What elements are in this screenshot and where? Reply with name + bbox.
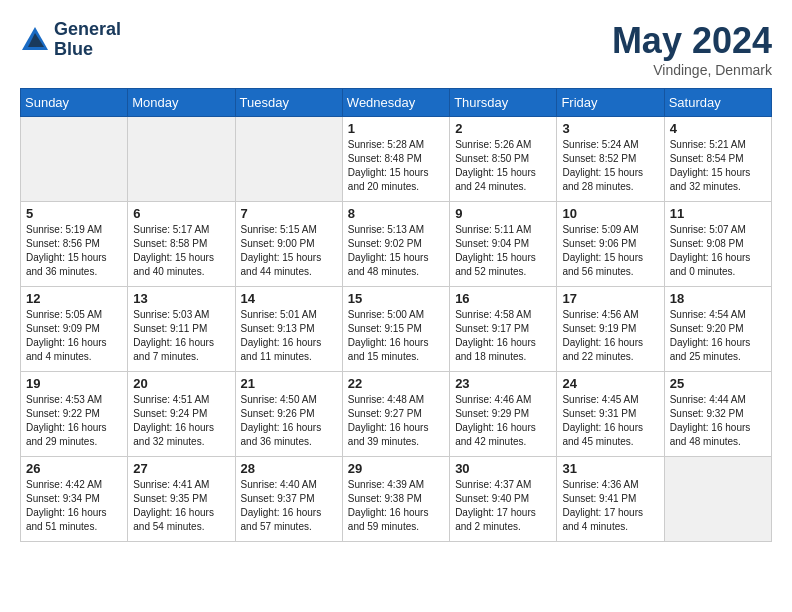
day-info: Sunrise: 4:39 AM Sunset: 9:38 PM Dayligh… [348,478,444,534]
calendar-cell: 19Sunrise: 4:53 AM Sunset: 9:22 PM Dayli… [21,372,128,457]
day-number: 2 [455,121,551,136]
day-info: Sunrise: 5:17 AM Sunset: 8:58 PM Dayligh… [133,223,229,279]
weekday-header-thursday: Thursday [450,89,557,117]
day-info: Sunrise: 5:13 AM Sunset: 9:02 PM Dayligh… [348,223,444,279]
day-number: 19 [26,376,122,391]
day-number: 15 [348,291,444,306]
calendar-cell: 27Sunrise: 4:41 AM Sunset: 9:35 PM Dayli… [128,457,235,542]
day-number: 11 [670,206,766,221]
calendar-cell [235,117,342,202]
day-info: Sunrise: 4:40 AM Sunset: 9:37 PM Dayligh… [241,478,337,534]
calendar-cell: 17Sunrise: 4:56 AM Sunset: 9:19 PM Dayli… [557,287,664,372]
day-info: Sunrise: 5:21 AM Sunset: 8:54 PM Dayligh… [670,138,766,194]
day-info: Sunrise: 4:45 AM Sunset: 9:31 PM Dayligh… [562,393,658,449]
day-info: Sunrise: 4:56 AM Sunset: 9:19 PM Dayligh… [562,308,658,364]
day-info: Sunrise: 4:50 AM Sunset: 9:26 PM Dayligh… [241,393,337,449]
week-row-5: 26Sunrise: 4:42 AM Sunset: 9:34 PM Dayli… [21,457,772,542]
weekday-header-tuesday: Tuesday [235,89,342,117]
calendar-cell: 4Sunrise: 5:21 AM Sunset: 8:54 PM Daylig… [664,117,771,202]
logo: General Blue [20,20,121,60]
logo-text: General Blue [54,20,121,60]
day-info: Sunrise: 5:09 AM Sunset: 9:06 PM Dayligh… [562,223,658,279]
day-number: 16 [455,291,551,306]
calendar-cell: 5Sunrise: 5:19 AM Sunset: 8:56 PM Daylig… [21,202,128,287]
calendar-cell: 15Sunrise: 5:00 AM Sunset: 9:15 PM Dayli… [342,287,449,372]
day-number: 14 [241,291,337,306]
weekday-header-saturday: Saturday [664,89,771,117]
calendar-cell: 6Sunrise: 5:17 AM Sunset: 8:58 PM Daylig… [128,202,235,287]
calendar-cell: 10Sunrise: 5:09 AM Sunset: 9:06 PM Dayli… [557,202,664,287]
day-number: 25 [670,376,766,391]
day-number: 7 [241,206,337,221]
month-title: May 2024 [612,20,772,62]
calendar-cell: 24Sunrise: 4:45 AM Sunset: 9:31 PM Dayli… [557,372,664,457]
day-info: Sunrise: 4:46 AM Sunset: 9:29 PM Dayligh… [455,393,551,449]
day-number: 17 [562,291,658,306]
calendar-cell: 8Sunrise: 5:13 AM Sunset: 9:02 PM Daylig… [342,202,449,287]
weekday-header-wednesday: Wednesday [342,89,449,117]
day-number: 4 [670,121,766,136]
title-block: May 2024 Vindinge, Denmark [612,20,772,78]
day-info: Sunrise: 4:37 AM Sunset: 9:40 PM Dayligh… [455,478,551,534]
day-number: 26 [26,461,122,476]
week-row-2: 5Sunrise: 5:19 AM Sunset: 8:56 PM Daylig… [21,202,772,287]
day-info: Sunrise: 4:54 AM Sunset: 9:20 PM Dayligh… [670,308,766,364]
day-number: 6 [133,206,229,221]
day-info: Sunrise: 5:11 AM Sunset: 9:04 PM Dayligh… [455,223,551,279]
day-info: Sunrise: 4:36 AM Sunset: 9:41 PM Dayligh… [562,478,658,534]
calendar-cell: 30Sunrise: 4:37 AM Sunset: 9:40 PM Dayli… [450,457,557,542]
calendar-cell: 20Sunrise: 4:51 AM Sunset: 9:24 PM Dayli… [128,372,235,457]
calendar-cell: 23Sunrise: 4:46 AM Sunset: 9:29 PM Dayli… [450,372,557,457]
calendar-cell: 3Sunrise: 5:24 AM Sunset: 8:52 PM Daylig… [557,117,664,202]
calendar-cell: 12Sunrise: 5:05 AM Sunset: 9:09 PM Dayli… [21,287,128,372]
day-number: 13 [133,291,229,306]
day-number: 31 [562,461,658,476]
calendar-cell: 13Sunrise: 5:03 AM Sunset: 9:11 PM Dayli… [128,287,235,372]
logo-line2: Blue [54,39,93,59]
day-info: Sunrise: 5:00 AM Sunset: 9:15 PM Dayligh… [348,308,444,364]
calendar-cell: 9Sunrise: 5:11 AM Sunset: 9:04 PM Daylig… [450,202,557,287]
day-number: 29 [348,461,444,476]
calendar-cell: 26Sunrise: 4:42 AM Sunset: 9:34 PM Dayli… [21,457,128,542]
calendar-cell: 21Sunrise: 4:50 AM Sunset: 9:26 PM Dayli… [235,372,342,457]
week-row-1: 1Sunrise: 5:28 AM Sunset: 8:48 PM Daylig… [21,117,772,202]
day-info: Sunrise: 5:26 AM Sunset: 8:50 PM Dayligh… [455,138,551,194]
day-number: 5 [26,206,122,221]
weekday-header-friday: Friday [557,89,664,117]
day-number: 10 [562,206,658,221]
page-header: General Blue May 2024 Vindinge, Denmark [20,20,772,78]
day-info: Sunrise: 5:05 AM Sunset: 9:09 PM Dayligh… [26,308,122,364]
day-info: Sunrise: 5:07 AM Sunset: 9:08 PM Dayligh… [670,223,766,279]
day-number: 12 [26,291,122,306]
location: Vindinge, Denmark [612,62,772,78]
day-number: 30 [455,461,551,476]
logo-icon [20,25,50,55]
day-info: Sunrise: 4:51 AM Sunset: 9:24 PM Dayligh… [133,393,229,449]
weekday-header-row: SundayMondayTuesdayWednesdayThursdayFrid… [21,89,772,117]
day-info: Sunrise: 4:53 AM Sunset: 9:22 PM Dayligh… [26,393,122,449]
day-info: Sunrise: 5:01 AM Sunset: 9:13 PM Dayligh… [241,308,337,364]
calendar-cell: 1Sunrise: 5:28 AM Sunset: 8:48 PM Daylig… [342,117,449,202]
day-info: Sunrise: 5:24 AM Sunset: 8:52 PM Dayligh… [562,138,658,194]
day-info: Sunrise: 5:03 AM Sunset: 9:11 PM Dayligh… [133,308,229,364]
day-number: 9 [455,206,551,221]
weekday-header-monday: Monday [128,89,235,117]
calendar-cell: 29Sunrise: 4:39 AM Sunset: 9:38 PM Dayli… [342,457,449,542]
day-number: 24 [562,376,658,391]
day-number: 18 [670,291,766,306]
calendar-cell: 7Sunrise: 5:15 AM Sunset: 9:00 PM Daylig… [235,202,342,287]
day-number: 20 [133,376,229,391]
calendar-cell: 31Sunrise: 4:36 AM Sunset: 9:41 PM Dayli… [557,457,664,542]
day-info: Sunrise: 5:15 AM Sunset: 9:00 PM Dayligh… [241,223,337,279]
calendar-cell: 18Sunrise: 4:54 AM Sunset: 9:20 PM Dayli… [664,287,771,372]
calendar-cell: 11Sunrise: 5:07 AM Sunset: 9:08 PM Dayli… [664,202,771,287]
calendar-cell [21,117,128,202]
day-number: 22 [348,376,444,391]
calendar-table: SundayMondayTuesdayWednesdayThursdayFrid… [20,88,772,542]
day-number: 21 [241,376,337,391]
calendar-cell [128,117,235,202]
calendar-cell: 28Sunrise: 4:40 AM Sunset: 9:37 PM Dayli… [235,457,342,542]
day-number: 3 [562,121,658,136]
calendar-cell: 14Sunrise: 5:01 AM Sunset: 9:13 PM Dayli… [235,287,342,372]
week-row-3: 12Sunrise: 5:05 AM Sunset: 9:09 PM Dayli… [21,287,772,372]
